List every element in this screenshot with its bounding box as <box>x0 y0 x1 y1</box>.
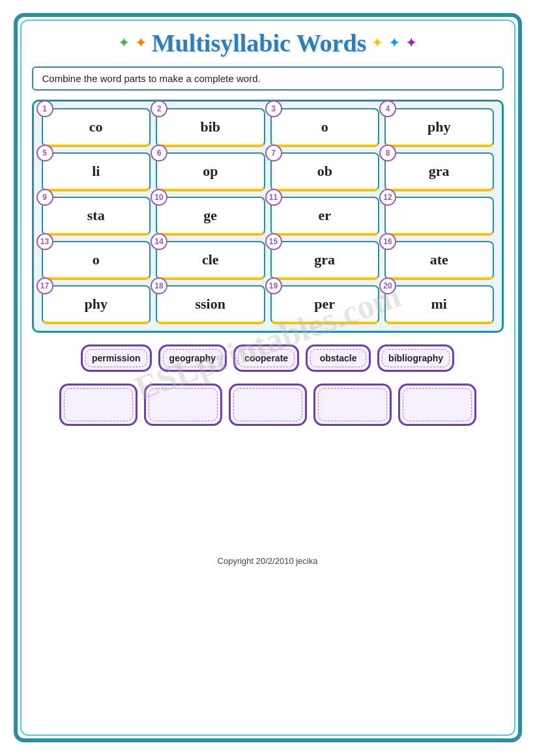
cell-17: 17 phy <box>42 285 151 324</box>
cell-word-9: sta <box>87 207 105 224</box>
cell-4: 4 phy <box>384 108 494 147</box>
answer-3: cooperate <box>233 344 299 372</box>
word-grid: 1 co 2 bib 3 o 4 phy 5 li 6 <box>32 100 504 333</box>
grid-row-4: 13 o 14 cle 15 gra 16 ate <box>42 241 494 280</box>
cell-word-1: co <box>89 119 103 135</box>
cell-9: 9 sta <box>42 197 151 236</box>
cell-word-10: ge <box>203 207 217 224</box>
cell-13: 13 o <box>42 241 151 280</box>
cell-number-3: 3 <box>265 100 282 117</box>
cell-word-3: o <box>321 119 328 135</box>
cell-word-8: gra <box>429 163 450 180</box>
page-title: Multisyllabic Words <box>152 29 367 57</box>
cell-5: 5 li <box>42 152 151 191</box>
star-5: ✦ <box>405 35 417 51</box>
cell-word-15: gra <box>314 251 335 268</box>
cell-word-5: li <box>92 163 100 180</box>
grid-row-3: 9 sta 10 ge 11 er 12 <box>42 197 494 236</box>
cell-word-6: op <box>203 163 218 180</box>
cell-number-20: 20 <box>379 277 396 294</box>
cell-number-10: 10 <box>151 189 167 206</box>
blank-box-4[interactable] <box>313 384 392 426</box>
cell-1: 1 co <box>42 108 151 147</box>
cell-number-4: 4 <box>379 100 396 117</box>
cell-word-7: ob <box>317 163 332 180</box>
instruction-box: Combine the word parts to make a complet… <box>32 66 504 91</box>
star-2: ✦ <box>135 35 147 51</box>
cell-6: 6 op <box>156 152 265 191</box>
cell-19: 19 per <box>270 285 380 324</box>
cell-number-15: 15 <box>265 233 282 250</box>
cell-14: 14 cle <box>156 241 265 280</box>
answer-4: obstacle <box>306 344 371 372</box>
cell-11: 11 er <box>270 197 380 236</box>
cell-word-16: ate <box>430 251 448 268</box>
cell-word-14: cle <box>202 251 219 268</box>
star-3: ✦ <box>371 35 383 51</box>
cell-3: 3 o <box>270 108 380 147</box>
cell-number-9: 9 <box>36 189 53 206</box>
cell-number-7: 7 <box>265 145 282 161</box>
cell-15: 15 gra <box>270 241 380 280</box>
instruction-text: Combine the word parts to make a complet… <box>42 73 261 84</box>
copyright-text: Copyright 20/2/2010 jecika <box>32 556 504 566</box>
blank-box-3[interactable] <box>229 384 307 426</box>
cell-number-16: 16 <box>379 233 396 250</box>
cell-number-12: 12 <box>379 189 396 206</box>
grid-row-5: 17 phy 18 ssion 19 per 20 mi <box>42 285 494 324</box>
cell-number-2: 2 <box>151 100 167 117</box>
cell-number-11: 11 <box>265 189 282 206</box>
grid-row-1: 1 co 2 bib 3 o 4 phy <box>42 108 494 147</box>
cell-number-1: 1 <box>36 100 53 117</box>
star-1: ✦ <box>118 35 130 51</box>
cell-12: 12 <box>384 197 494 236</box>
blank-box-5[interactable] <box>398 384 476 426</box>
cell-word-11: er <box>318 207 331 224</box>
grid-row-2: 5 li 6 op 7 ob 8 gra <box>42 152 494 191</box>
cell-word-13: o <box>93 251 100 268</box>
cell-word-18: ssion <box>195 296 225 313</box>
cell-number-13: 13 <box>36 233 53 250</box>
cell-word-19: per <box>314 296 335 313</box>
cell-8: 8 gra <box>384 152 494 191</box>
cell-word-2: bib <box>200 119 220 135</box>
answer-5: bibliography <box>377 344 454 372</box>
cell-2: 2 bib <box>156 108 265 147</box>
cell-20: 20 mi <box>384 285 494 324</box>
title-bar: ✦ ✦ Multisyllabic Words ✦ ✦ ✦ <box>32 29 504 57</box>
answers-section: permission geography cooperate obstacle … <box>32 344 504 372</box>
cell-16: 16 ate <box>384 241 494 280</box>
cell-number-6: 6 <box>151 145 167 161</box>
blank-box-1[interactable] <box>59 384 137 426</box>
cell-number-19: 19 <box>265 277 282 294</box>
answer-1: permission <box>81 344 152 372</box>
page: ✦ ✦ Multisyllabic Words ✦ ✦ ✦ Combine th… <box>14 13 522 742</box>
cell-number-18: 18 <box>151 277 167 294</box>
cell-number-14: 14 <box>151 233 167 250</box>
cell-word-20: mi <box>431 296 447 313</box>
star-4: ✦ <box>388 35 400 51</box>
cell-number-5: 5 <box>36 145 53 161</box>
cell-number-8: 8 <box>379 145 396 161</box>
cell-7: 7 ob <box>270 152 380 191</box>
cell-10: 10 ge <box>156 197 265 236</box>
blank-box-2[interactable] <box>144 384 222 426</box>
cell-word-4: phy <box>427 119 450 135</box>
blank-row-1 <box>32 384 504 426</box>
answer-2: geography <box>158 344 227 372</box>
cell-word-17: phy <box>85 296 108 313</box>
cell-18: 18 ssion <box>156 285 265 324</box>
cell-number-17: 17 <box>36 277 53 294</box>
